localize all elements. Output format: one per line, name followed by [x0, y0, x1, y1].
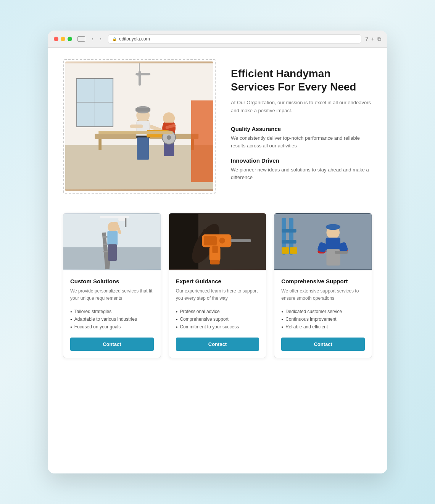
- svg-rect-34: [98, 131, 172, 134]
- contact-button-1[interactable]: Contact: [70, 338, 154, 351]
- svg-rect-49: [125, 218, 126, 227]
- address-bar[interactable]: 🔒 editor.yola.com: [108, 34, 361, 44]
- hero-section: Efficient Handyman Services For Every Ne…: [63, 59, 372, 194]
- list-item: Reliable and efficient: [281, 323, 365, 331]
- list-item: Comprehensive support: [176, 315, 259, 323]
- svg-point-82: [326, 224, 340, 230]
- list-item: Continuous improvement: [281, 315, 365, 323]
- nav-arrows: ‹ ›: [89, 36, 104, 42]
- card-body-1: Custom Solutions We provide personalized…: [63, 270, 161, 358]
- svg-rect-15: [98, 139, 102, 150]
- browser-actions: ? + ⧉: [365, 36, 381, 42]
- maximize-button[interactable]: [68, 37, 72, 41]
- svg-rect-46: [108, 244, 117, 261]
- card-list-3: Dedicated customer service Continuous im…: [281, 308, 365, 331]
- card-list-2: Professional advice Comprehensive suppor…: [176, 308, 259, 331]
- svg-rect-81: [335, 251, 348, 254]
- list-item: Dedicated customer service: [281, 308, 365, 315]
- card-custom-solutions: Custom Solutions We provide personalized…: [63, 213, 161, 358]
- back-button[interactable]: ‹: [89, 36, 96, 42]
- card-title-2: Expert Guidance: [176, 278, 259, 284]
- list-item: Professional advice: [176, 308, 259, 315]
- svg-rect-50: [100, 216, 129, 218]
- svg-point-62: [219, 237, 225, 243]
- tab-icon: [77, 36, 85, 42]
- svg-rect-22: [130, 124, 143, 128]
- svg-rect-35: [191, 100, 213, 182]
- svg-rect-70: [282, 229, 296, 233]
- feature-quality-title: Quality Assurance: [231, 126, 372, 132]
- svg-rect-12: [139, 71, 141, 86]
- url-text: editor.yola.com: [119, 36, 150, 42]
- card-body-2: Expert Guidance Our experienced team is …: [169, 270, 266, 358]
- card-image-2: [169, 213, 266, 270]
- browser-chrome: ‹ › 🔒 editor.yola.com ? + ⧉: [48, 31, 387, 48]
- browser-window: ‹ › 🔒 editor.yola.com ? + ⧉: [48, 31, 387, 473]
- card-list-1: Tailored strategies Adaptable to various…: [70, 308, 154, 331]
- svg-rect-45: [107, 231, 118, 245]
- card-comprehensive-support: Comprehensive Support We offer extensive…: [274, 213, 372, 358]
- add-tab-icon[interactable]: +: [371, 36, 374, 42]
- feature-innovation: Innovation Driven We pioneer new ideas a…: [231, 157, 372, 181]
- card-desc-2: Our experienced team is here to support …: [176, 288, 259, 302]
- minimize-button[interactable]: [61, 37, 65, 41]
- hero-image: [65, 61, 213, 191]
- svg-rect-11: [135, 73, 150, 75]
- menu-icon[interactable]: ⧉: [377, 36, 381, 42]
- forward-button[interactable]: ›: [97, 36, 104, 42]
- svg-rect-48: [118, 218, 126, 221]
- card-title-1: Custom Solutions: [70, 278, 154, 284]
- card-image-1: [63, 213, 161, 270]
- hero-image-svg: [65, 61, 213, 191]
- feature-innovation-title: Innovation Driven: [231, 157, 372, 164]
- svg-point-33: [167, 135, 171, 140]
- card-desc-3: We offer extensive support services to e…: [281, 288, 365, 302]
- hero-image-wrapper: [63, 59, 216, 194]
- cards-section: Custom Solutions We provide personalized…: [63, 213, 372, 358]
- contact-button-2[interactable]: Contact: [176, 338, 259, 351]
- card-desc-1: We provide personalized services that fi…: [70, 288, 154, 302]
- feature-quality: Quality Assurance We consistently delive…: [231, 126, 372, 150]
- svg-rect-72: [282, 247, 289, 254]
- lock-icon: 🔒: [112, 37, 117, 41]
- svg-rect-63: [212, 246, 218, 253]
- close-button[interactable]: [54, 37, 58, 41]
- svg-rect-61: [204, 236, 217, 246]
- list-item: Adaptable to various industries: [70, 315, 154, 323]
- list-item: Focused on your goals: [70, 323, 154, 331]
- svg-rect-71: [282, 240, 296, 244]
- page-content: Efficient Handyman Services For Every Ne…: [48, 48, 387, 473]
- svg-rect-25: [135, 108, 150, 112]
- svg-rect-64: [210, 260, 219, 265]
- feature-quality-desc: We consistently deliver top-notch perfor…: [231, 134, 372, 150]
- list-item: Tailored strategies: [70, 308, 154, 315]
- list-item: Commitment to your success: [176, 323, 259, 331]
- svg-point-27: [163, 112, 175, 124]
- svg-rect-60: [230, 239, 251, 242]
- card-image-3: [274, 213, 372, 270]
- svg-rect-73: [290, 247, 297, 254]
- card-body-3: Comprehensive Support We offer extensive…: [274, 270, 372, 358]
- svg-rect-21: [137, 137, 149, 160]
- hero-title: Efficient Handyman Services For Every Ne…: [231, 67, 372, 94]
- card-title-3: Comprehensive Support: [281, 278, 365, 284]
- contact-button-3[interactable]: Contact: [281, 338, 365, 351]
- traffic-lights: [54, 37, 72, 41]
- hero-text: Efficient Handyman Services For Every Ne…: [231, 59, 372, 189]
- card-expert-guidance: Expert Guidance Our experienced team is …: [169, 213, 267, 358]
- help-icon[interactable]: ?: [365, 36, 368, 42]
- feature-innovation-desc: We pioneer new ideas and solutions to st…: [231, 166, 372, 181]
- hero-subtitle: At Our Organization, our mission is to e…: [231, 99, 372, 115]
